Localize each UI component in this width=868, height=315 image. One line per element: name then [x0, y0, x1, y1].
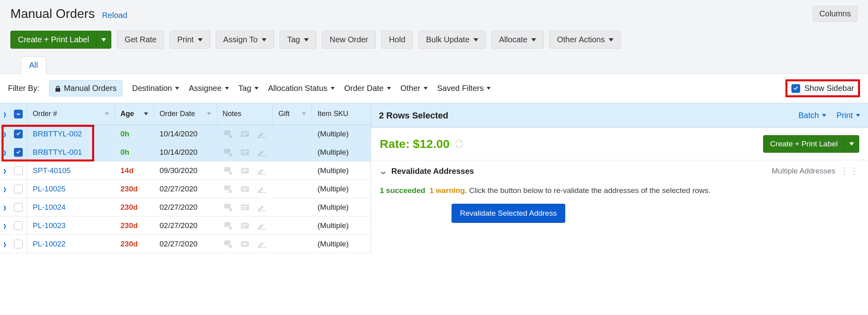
order-link[interactable]: PL-10022	[33, 240, 65, 248]
drag-handle-icon[interactable]: ⋮⋮	[840, 166, 859, 176]
order-link[interactable]: PL-10025	[33, 185, 65, 193]
refresh-icon[interactable]	[454, 139, 464, 149]
row-checkbox[interactable]	[10, 161, 27, 179]
other-actions-button[interactable]: Other Actions	[549, 31, 621, 49]
edit-note-icon[interactable]	[256, 221, 267, 230]
internal-note-icon[interactable]	[239, 221, 251, 230]
sidebar-create-print-dropdown[interactable]	[844, 135, 859, 153]
sidebar-create-print-button[interactable]: Create + Print Label	[763, 135, 844, 153]
customer-note-icon[interactable]	[223, 166, 234, 175]
order-date: 02/27/2020	[160, 203, 197, 212]
order-link[interactable]: SPT-40105	[33, 166, 71, 175]
col-notes[interactable]: Notes	[217, 103, 273, 124]
create-print-button[interactable]: Create + Print Label	[10, 31, 97, 49]
edit-note-icon[interactable]	[256, 129, 267, 139]
customer-note-icon[interactable]	[223, 184, 234, 194]
customer-note-icon[interactable]	[223, 129, 234, 139]
row-checkbox[interactable]	[10, 198, 27, 216]
table-row[interactable]: › PL-10022 230d 02/27/2020 (Multiple)	[0, 235, 371, 253]
columns-button[interactable]: Columns	[813, 6, 858, 22]
order-date: 10/14/2020	[160, 148, 197, 157]
edit-note-icon[interactable]	[256, 166, 267, 175]
svg-point-31	[229, 245, 232, 248]
new-order-button[interactable]: New Order	[322, 31, 376, 49]
internal-note-icon[interactable]	[239, 239, 251, 249]
edit-note-icon[interactable]	[256, 239, 267, 249]
show-sidebar-toggle[interactable]: Show Sidebar	[785, 79, 860, 97]
col-item-sku[interactable]: Item SKU	[312, 103, 371, 124]
create-print-dropdown[interactable]	[97, 31, 111, 49]
checkbox-checked-icon	[14, 148, 23, 157]
row-expand[interactable]: ›	[0, 235, 10, 253]
table-row[interactable]: › PL-10024 230d 02/27/2020 (Multiple)	[0, 198, 371, 217]
caret-down-icon	[254, 87, 258, 90]
reload-link[interactable]: Reload	[102, 11, 127, 20]
internal-note-icon[interactable]	[239, 129, 251, 139]
internal-note-icon[interactable]	[239, 148, 251, 157]
internal-note-icon[interactable]	[239, 203, 251, 212]
filter-order-date[interactable]: Order Date	[344, 84, 391, 93]
select-all-checkbox[interactable]	[10, 103, 27, 124]
row-checkbox[interactable]	[10, 125, 27, 143]
tag-button[interactable]: Tag	[280, 31, 316, 49]
row-expand[interactable]: ›	[0, 198, 10, 216]
table-row[interactable]: › SPT-40105 14d 09/30/2020 (Multiple)	[0, 161, 371, 180]
sidebar: 2 Rows Selected Batch Print Rate: $12.00…	[371, 103, 868, 228]
filter-other[interactable]: Other	[400, 84, 428, 93]
customer-note-icon[interactable]	[223, 221, 234, 230]
row-expand[interactable]: ›	[0, 161, 10, 179]
sidebar-header: 2 Rows Selected Batch Print	[371, 103, 868, 128]
filter-tag[interactable]: Tag	[239, 84, 258, 93]
row-expand[interactable]: ›	[0, 180, 10, 198]
print-button[interactable]: Print	[170, 31, 210, 49]
col-gift[interactable]: Gift	[273, 103, 312, 124]
order-link[interactable]: BRBTTYL-001	[33, 148, 82, 157]
col-age[interactable]: Age	[115, 103, 154, 124]
item-sku: (Multiple)	[318, 130, 349, 138]
filter-assignee[interactable]: Assignee	[189, 84, 229, 93]
tab-all[interactable]: All	[21, 56, 46, 74]
col-order-date[interactable]: Order Date	[154, 103, 217, 124]
bulk-update-button[interactable]: Bulk Update	[418, 31, 486, 49]
customer-note-icon[interactable]	[223, 239, 234, 249]
edit-note-icon[interactable]	[256, 203, 267, 212]
expand-all[interactable]: ›	[0, 103, 10, 124]
order-link[interactable]: PL-10024	[33, 203, 65, 212]
batch-action[interactable]: Batch	[799, 111, 826, 120]
edit-note-icon[interactable]	[256, 148, 267, 157]
row-expand[interactable]: ›	[0, 125, 10, 143]
print-action[interactable]: Print	[836, 111, 860, 120]
create-print-split: Create + Print Label	[10, 31, 111, 49]
col-order[interactable]: Order #	[27, 103, 115, 124]
row-checkbox[interactable]	[10, 235, 27, 253]
filter-allocation-status[interactable]: Allocation Status	[268, 84, 335, 93]
row-checkbox[interactable]	[10, 180, 27, 198]
table-row[interactable]: › BRBTTYL-002 0h 10/14/2020 (Multiple)	[0, 125, 371, 143]
table-row[interactable]: › BRBTTYL-001 0h 10/14/2020 (Multiple)	[0, 143, 371, 161]
row-checkbox[interactable]	[10, 143, 27, 161]
table-row[interactable]: › PL-10025 230d 02/27/2020 (Multiple)	[0, 180, 371, 198]
allocate-button[interactable]: Allocate	[491, 31, 544, 49]
row-expand[interactable]: ›	[0, 143, 10, 161]
hold-button[interactable]: Hold	[381, 31, 413, 49]
svg-point-1	[229, 135, 232, 138]
order-link[interactable]: BRBTTYL-002	[33, 130, 82, 138]
edit-note-icon[interactable]	[256, 184, 267, 194]
filter-manual-orders[interactable]: Manual Orders	[49, 80, 122, 96]
filter-saved-filters[interactable]: Saved Filters	[437, 84, 491, 93]
sidebar-create-print-split: Create + Print Label	[763, 135, 859, 153]
chevron-down-icon[interactable]: ⌄	[379, 166, 388, 176]
filter-destination[interactable]: Destination	[132, 84, 179, 93]
internal-note-icon[interactable]	[239, 166, 251, 175]
assign-to-button[interactable]: Assign To	[216, 31, 274, 49]
row-expand[interactable]: ›	[0, 217, 10, 234]
caret-down-icon	[531, 38, 536, 41]
table-row[interactable]: › PL-10023 230d 02/27/2020 (Multiple)	[0, 217, 371, 235]
order-link[interactable]: PL-10023	[33, 221, 65, 230]
get-rate-button[interactable]: Get Rate	[117, 31, 164, 49]
customer-note-icon[interactable]	[223, 148, 234, 157]
revalidate-button[interactable]: Revalidate Selected Address	[452, 204, 565, 223]
internal-note-icon[interactable]	[239, 184, 251, 194]
row-checkbox[interactable]	[10, 217, 27, 234]
customer-note-icon[interactable]	[223, 203, 234, 212]
